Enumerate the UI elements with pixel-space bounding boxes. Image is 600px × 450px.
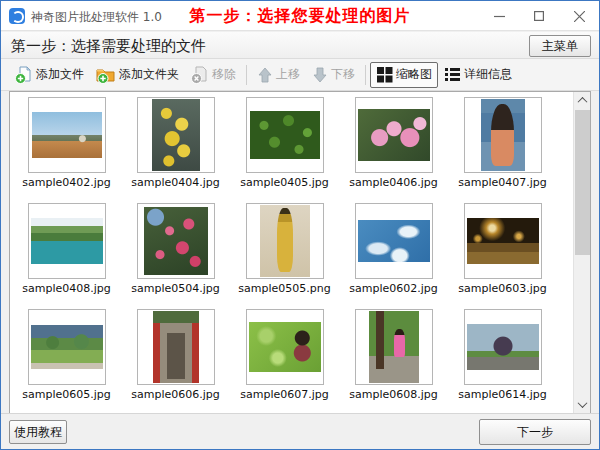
footer-bar: 使用教程 下一步 xyxy=(1,413,599,449)
file-name: sample0608.jpg xyxy=(349,388,438,401)
thumbnail[interactable] xyxy=(355,97,433,173)
thumbnail-image xyxy=(250,111,320,159)
arrow-down-icon xyxy=(312,67,328,83)
add-folder-label: 添加文件夹 xyxy=(119,66,179,83)
move-down-button[interactable]: 下移 xyxy=(306,62,361,88)
thumbnail[interactable] xyxy=(28,309,106,385)
thumbnail-view-label: 缩略图 xyxy=(396,66,432,83)
thumbnail-image xyxy=(467,218,539,264)
file-item[interactable]: sample0614.jpg xyxy=(448,309,557,413)
main-menu-button[interactable]: 主菜单 xyxy=(529,35,591,57)
thumbnail[interactable] xyxy=(464,309,542,385)
file-name: sample0404.jpg xyxy=(131,176,220,189)
detail-view-button[interactable]: 详细信息 xyxy=(438,62,518,88)
file-item[interactable]: sample0408.jpg xyxy=(12,203,121,309)
thumbnail[interactable] xyxy=(137,97,215,173)
file-name: sample0405.jpg xyxy=(240,176,329,189)
thumbnail-image xyxy=(31,325,103,369)
thumbnail-image xyxy=(32,112,102,158)
file-name: sample0406.jpg xyxy=(349,176,438,189)
thumbnail[interactable] xyxy=(28,203,106,279)
thumbnail-image xyxy=(31,218,103,264)
close-button[interactable] xyxy=(559,1,599,31)
thumbnail-view-button[interactable]: 缩略图 xyxy=(370,62,438,88)
thumbnail-image xyxy=(369,311,419,383)
move-up-button[interactable]: 上移 xyxy=(251,62,306,88)
maximize-button[interactable] xyxy=(519,1,559,31)
thumbnail-image xyxy=(152,99,200,171)
vertical-scrollbar[interactable] xyxy=(573,92,590,413)
file-name: sample0407.jpg xyxy=(458,176,547,189)
file-item[interactable]: sample0608.jpg xyxy=(339,309,448,413)
file-name: sample0606.jpg xyxy=(131,388,220,401)
file-name: sample0602.jpg xyxy=(349,282,438,295)
thumbnail[interactable] xyxy=(137,203,215,279)
maximize-icon xyxy=(534,11,544,21)
chevron-up-icon xyxy=(578,97,588,107)
add-folder-button[interactable]: 添加文件夹 xyxy=(90,62,185,88)
move-down-label: 下移 xyxy=(331,66,355,83)
file-name: sample0605.jpg xyxy=(22,388,111,401)
thumbnail-image xyxy=(249,322,321,372)
file-name: sample0402.jpg xyxy=(22,176,111,189)
file-item[interactable]: sample0505.png xyxy=(230,203,339,309)
file-name: sample0607.jpg xyxy=(240,388,329,401)
scroll-up-button[interactable] xyxy=(574,92,591,109)
thumbnail-image xyxy=(358,109,430,161)
file-item[interactable]: sample0607.jpg xyxy=(230,309,339,413)
thumbnail[interactable] xyxy=(246,203,324,279)
file-name: sample0504.jpg xyxy=(131,282,220,295)
file-item[interactable]: sample0602.jpg xyxy=(339,203,448,309)
file-item[interactable]: sample0405.jpg xyxy=(230,97,339,203)
thumbnail[interactable] xyxy=(355,203,433,279)
file-name: sample0614.jpg xyxy=(458,388,547,401)
next-step-button[interactable]: 下一步 xyxy=(479,419,591,445)
remove-label: 移除 xyxy=(212,66,236,83)
thumbnail[interactable] xyxy=(355,309,433,385)
add-file-button[interactable]: 添加文件 xyxy=(9,62,90,88)
move-up-label: 上移 xyxy=(276,66,300,83)
thumbnail-image xyxy=(260,205,310,277)
file-item[interactable]: sample0504.jpg xyxy=(121,203,230,309)
thumbnail[interactable] xyxy=(28,97,106,173)
close-icon xyxy=(574,11,585,22)
minimize-button[interactable] xyxy=(479,1,519,31)
thumbnail-image xyxy=(144,207,208,275)
file-item[interactable]: sample0606.jpg xyxy=(121,309,230,413)
remove-icon xyxy=(191,66,209,84)
thumbnail-image xyxy=(153,311,199,383)
scroll-down-button[interactable] xyxy=(574,396,591,413)
file-item[interactable]: sample0407.jpg xyxy=(448,97,557,203)
toolbar-separator xyxy=(246,65,247,85)
file-item[interactable]: sample0402.jpg xyxy=(12,97,121,203)
file-name: sample0505.png xyxy=(238,282,330,295)
add-folder-icon xyxy=(96,66,116,84)
minimize-icon xyxy=(494,11,505,22)
thumbnail-image xyxy=(467,324,539,370)
file-item[interactable]: sample0404.jpg xyxy=(121,97,230,203)
step-header-title: 第一步：选择需要处理的文件 xyxy=(11,37,206,56)
title-bar: 神奇图片批处理软件 1.0 第一步：选择您要处理的图片 xyxy=(1,1,599,31)
toolbar-separator xyxy=(365,65,366,85)
thumbnail[interactable] xyxy=(464,203,542,279)
thumbnail[interactable] xyxy=(464,97,542,173)
file-item[interactable]: sample0605.jpg xyxy=(12,309,121,413)
file-list-panel: sample0402.jpg sample0404.jpg sample0405… xyxy=(9,91,591,414)
remove-button[interactable]: 移除 xyxy=(185,62,242,88)
arrow-up-icon xyxy=(257,67,273,83)
file-item[interactable]: sample0406.jpg xyxy=(339,97,448,203)
chevron-down-icon xyxy=(578,398,588,408)
add-file-icon xyxy=(15,66,33,84)
toolbar: 添加文件 添加文件夹 移除 上移 xyxy=(1,59,599,91)
thumbnail-image xyxy=(481,99,525,171)
thumbnail-image xyxy=(358,220,430,262)
file-item[interactable]: sample0603.jpg xyxy=(448,203,557,309)
thumbnail[interactable] xyxy=(137,309,215,385)
scrollbar-thumb[interactable] xyxy=(575,110,590,255)
tutorial-button[interactable]: 使用教程 xyxy=(9,420,67,444)
file-name: sample0603.jpg xyxy=(458,282,547,295)
thumbnail-grid: sample0402.jpg sample0404.jpg sample0405… xyxy=(10,92,573,413)
detail-view-label: 详细信息 xyxy=(464,66,512,83)
thumbnail[interactable] xyxy=(246,97,324,173)
thumbnail[interactable] xyxy=(246,309,324,385)
